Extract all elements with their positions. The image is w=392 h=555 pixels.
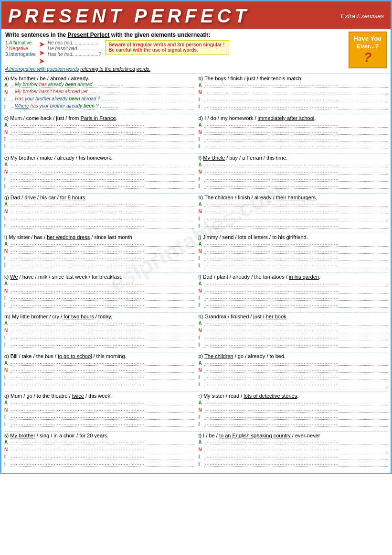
- answer-p-i2[interactable]: …………………………………………………………………………: [204, 381, 388, 387]
- answer-s-a[interactable]: …………………………………………………………………………: [10, 439, 194, 445]
- answer-r-a[interactable]: …………………………………………………………………………: [204, 399, 388, 405]
- answer-i-n[interactable]: …………………………………………………………………………: [10, 248, 194, 254]
- answer-i-i2[interactable]: …………………………………………………………………………: [10, 262, 194, 268]
- answer-t-i2[interactable]: …………………………………………………………………………: [204, 460, 388, 467]
- answer-q-a[interactable]: …………………………………………………………………………: [10, 399, 194, 405]
- answer-e-a[interactable]: …………………………………………………………………………: [10, 161, 194, 167]
- answer-p-i1[interactable]: …………………………………………………………………………: [204, 374, 388, 380]
- answer-b-n[interactable]: …………………………………………………………………………: [204, 89, 388, 95]
- instructions-top: Write sentences in the Present Perfect w…: [5, 32, 387, 72]
- example-interrogative: Has he had....................?: [48, 52, 102, 57]
- answer-a-i1[interactable]: ...Has your brother already been abroad …: [10, 96, 194, 102]
- exercise-o-row-a: A …………………………………………………………………………: [4, 359, 194, 367]
- answer-s-i1[interactable]: …………………………………………………………………………: [10, 453, 194, 459]
- answer-n-a[interactable]: …………………………………………………………………………: [204, 320, 388, 326]
- answer-l-i1[interactable]: …………………………………………………………………………: [204, 294, 388, 301]
- answer-e-i1[interactable]: …………………………………………………………………………: [10, 175, 194, 182]
- answer-a-n[interactable]: ...My brother hasn't been abroad yet. ………: [10, 89, 194, 95]
- answer-a-i2[interactable]: ...Where has your brother already been ?…: [10, 103, 194, 109]
- underline: their hamburgers: [276, 195, 316, 200]
- answer-n-i1[interactable]: …………………………………………………………………………: [204, 334, 388, 340]
- answer-k-i1[interactable]: …………………………………………………………………………: [10, 294, 194, 301]
- answer-f-n[interactable]: …………………………………………………………………………: [204, 168, 388, 174]
- answer-r-n[interactable]: …………………………………………………………………………: [204, 406, 388, 413]
- answer-k-n[interactable]: …………………………………………………………………………: [10, 287, 194, 294]
- answer-e-n[interactable]: …………………………………………………………………………: [10, 168, 194, 174]
- answer-m-n[interactable]: …………………………………………………………………………: [10, 327, 194, 333]
- answer-m-i1[interactable]: …………………………………………………………………………: [10, 334, 194, 340]
- answer-j-a[interactable]: …………………………………………………………………………: [204, 240, 388, 247]
- line4-label: 4.Interrogative with question words: [5, 66, 79, 72]
- label-a: A: [4, 280, 9, 287]
- label-a: A: [199, 161, 203, 168]
- answer-d-n[interactable]: …………………………………………………………………………: [204, 129, 388, 135]
- answer-f-a[interactable]: …………………………………………………………………………: [204, 161, 388, 167]
- answer-a-a[interactable]: ...My brother has already been abroad. ……: [10, 82, 194, 88]
- answer-f-i2[interactable]: …………………………………………………………………………: [204, 183, 388, 189]
- exercise-o-prompt: o) Bill / take / the bus / to go to scho…: [4, 353, 194, 359]
- answer-l-a[interactable]: …………………………………………………………………………: [204, 280, 388, 286]
- answer-q-n[interactable]: …………………………………………………………………………: [10, 406, 194, 413]
- answer-o-a[interactable]: …………………………………………………………………………: [10, 359, 194, 366]
- answer-l-i2[interactable]: …………………………………………………………………………: [204, 302, 388, 308]
- underline: twice: [72, 393, 84, 399]
- answer-i-i1[interactable]: …………………………………………………………………………: [10, 255, 194, 261]
- exercise-o-row-n: N …………………………………………………………………………: [4, 367, 194, 374]
- answer-n-i2[interactable]: …………………………………………………………………………: [204, 341, 388, 348]
- label-i1: I: [4, 175, 9, 183]
- example-negative: He hasn't had...................: [48, 46, 102, 51]
- answer-p-a[interactable]: …………………………………………………………………………: [204, 359, 388, 366]
- answer-n-n[interactable]: …………………………………………………………………………: [204, 327, 388, 333]
- answer-t-a[interactable]: …………………………………………………………………………: [204, 439, 388, 445]
- answer-o-i1[interactable]: …………………………………………………………………………: [10, 374, 194, 380]
- answer-q-i2[interactable]: …………………………………………………………………………: [10, 421, 194, 427]
- label-i1: I: [199, 453, 203, 460]
- answer-p-n[interactable]: …………………………………………………………………………: [204, 367, 388, 373]
- answer-b-i2[interactable]: …………………………………………………………………………: [204, 103, 388, 109]
- answer-h-i1[interactable]: …………………………………………………………………………: [204, 215, 388, 221]
- answer-h-n[interactable]: …………………………………………………………………………: [204, 208, 388, 214]
- answer-s-n[interactable]: …………………………………………………………………………: [10, 446, 194, 452]
- answer-g-n[interactable]: …………………………………………………………………………: [10, 208, 194, 214]
- exercise-t-row-i2: I …………………………………………………………………………: [199, 460, 388, 468]
- answer-c-i2[interactable]: …………………………………………………………………………: [10, 143, 194, 149]
- answer-e-i2[interactable]: …………………………………………………………………………: [10, 183, 194, 189]
- answer-b-i1[interactable]: …………………………………………………………………………: [204, 96, 388, 102]
- answer-k-i2[interactable]: …………………………………………………………………………: [10, 302, 194, 308]
- answer-k-a[interactable]: …………………………………………………………………………: [10, 280, 194, 286]
- answer-l-n[interactable]: …………………………………………………………………………: [204, 287, 388, 294]
- answer-s-i2[interactable]: …………………………………………………………………………: [10, 460, 194, 467]
- answer-j-n[interactable]: …………………………………………………………………………: [204, 248, 388, 254]
- answer-h-a[interactable]: …………………………………………………………………………: [204, 201, 388, 207]
- answer-g-i2[interactable]: …………………………………………………………………………: [10, 222, 194, 229]
- answer-h-i2[interactable]: …………………………………………………………………………: [204, 222, 388, 229]
- answer-f-i1[interactable]: …………………………………………………………………………: [204, 175, 388, 182]
- answer-d-i1[interactable]: …………………………………………………………………………: [204, 136, 388, 142]
- exercise-t-row-i1: I …………………………………………………………………………: [199, 453, 388, 460]
- answer-t-n[interactable]: …………………………………………………………………………: [204, 446, 388, 452]
- label-i1: I: [199, 414, 203, 421]
- answer-m-a[interactable]: …………………………………………………………………………: [10, 320, 194, 326]
- answer-g-a[interactable]: …………………………………………………………………………: [10, 201, 194, 207]
- answer-q-i1[interactable]: …………………………………………………………………………: [10, 414, 194, 420]
- answer-m-i2[interactable]: …………………………………………………………………………: [10, 341, 194, 348]
- exercise-b-row-i1: I …………………………………………………………………………: [199, 96, 388, 103]
- answer-b-a[interactable]: …………………………………………………………………………: [204, 82, 388, 88]
- answer-d-i2[interactable]: …………………………………………………………………………: [204, 143, 388, 149]
- answer-c-a[interactable]: …………………………………………………………………………: [10, 121, 194, 128]
- answer-g-i1[interactable]: …………………………………………………………………………: [10, 215, 194, 221]
- answer-t-i1[interactable]: …………………………………………………………………………: [204, 453, 388, 459]
- answer-r-i1[interactable]: …………………………………………………………………………: [204, 414, 388, 420]
- answer-d-a[interactable]: …………………………………………………………………………: [204, 121, 388, 128]
- answer-j-i2[interactable]: …………………………………………………………………………: [204, 262, 388, 268]
- label-n: N: [4, 89, 9, 96]
- answer-o-n[interactable]: …………………………………………………………………………: [10, 367, 194, 373]
- answer-r-i2[interactable]: …………………………………………………………………………: [204, 421, 388, 427]
- answer-j-i1[interactable]: …………………………………………………………………………: [204, 255, 388, 261]
- answer-o-i2[interactable]: …………………………………………………………………………: [10, 381, 194, 387]
- warning-box: Beware of irregular verbs and 3rd person…: [105, 40, 229, 54]
- answer-c-i1[interactable]: …………………………………………………………………………: [10, 136, 194, 142]
- exercise-i-row-i1: I …………………………………………………………………………: [4, 255, 194, 262]
- answer-c-n[interactable]: …………………………………………………………………………: [10, 129, 194, 135]
- answer-i-a[interactable]: …………………………………………………………………………: [10, 240, 194, 247]
